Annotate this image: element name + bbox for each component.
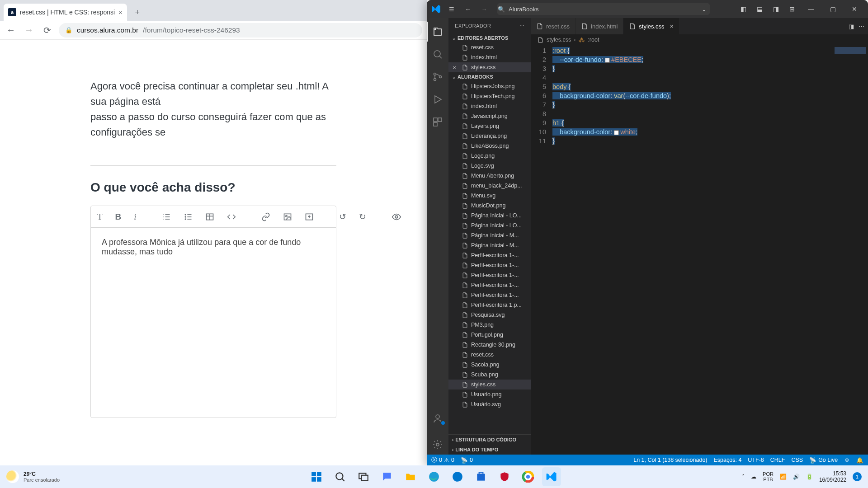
tray-volume-icon[interactable]: 🔊 <box>793 474 800 480</box>
back-button[interactable]: ← <box>5 24 17 37</box>
tree-item[interactable]: Página inicial - LO... <box>448 211 531 221</box>
task-view-icon[interactable] <box>354 467 373 486</box>
layout-customize-icon[interactable]: ⊞ <box>785 2 799 16</box>
tree-item[interactable]: index.html <box>448 101 531 111</box>
tree-item[interactable]: Perfil-escritora 1-... <box>448 290 531 300</box>
editor-tab[interactable]: styles.css× <box>623 18 679 34</box>
image-icon[interactable] <box>283 211 292 222</box>
taskbar-explorer-icon[interactable] <box>401 467 420 486</box>
chrome-tab[interactable]: a reset.css | HTML e CSS: responsi × <box>4 4 127 21</box>
tree-item[interactable]: Usuário.svg <box>448 399 531 409</box>
tray-wifi-icon[interactable]: 📶 <box>780 474 787 480</box>
code-icon[interactable] <box>227 211 236 222</box>
tree-item[interactable]: Página inicial - M... <box>448 240 531 250</box>
taskbar-vscode-icon[interactable] <box>542 467 561 486</box>
taskbar-mcafee-icon[interactable] <box>495 467 514 486</box>
status-encoding[interactable]: UTF-8 <box>748 457 764 463</box>
tree-item[interactable]: Perfil-escritora 1-... <box>448 260 531 270</box>
open-editors-section[interactable]: ⌄EDITORES ABERTOS <box>448 33 531 42</box>
tree-item[interactable]: Menu Aberto.png <box>448 171 531 181</box>
tree-item[interactable]: Página inicial - LO... <box>448 221 531 230</box>
open-editor-item[interactable]: index.html <box>448 52 531 62</box>
split-editor-icon[interactable]: ◨ <box>849 23 854 30</box>
tree-item[interactable]: Usuario.png <box>448 389 531 399</box>
minimap[interactable] <box>832 45 868 455</box>
breadcrumbs[interactable]: styles.css › ⁂ :root <box>531 34 868 45</box>
tree-item[interactable]: HipstersJobs.png <box>448 81 531 91</box>
taskbar-store-icon[interactable] <box>472 467 491 486</box>
ordered-list-icon[interactable] <box>162 211 171 222</box>
tree-item[interactable]: Javascript.png <box>448 111 531 121</box>
tree-item[interactable]: Perfil-escritora 1-... <box>448 250 531 260</box>
close-icon[interactable]: × <box>451 64 458 71</box>
tree-item[interactable]: PM3.png <box>448 320 531 330</box>
activity-settings-icon[interactable] <box>427 435 448 455</box>
activity-scm-icon[interactable] <box>427 67 448 87</box>
text-tool-icon[interactable]: T <box>97 211 103 222</box>
italic-icon[interactable]: i <box>134 211 136 222</box>
link-icon[interactable] <box>261 211 270 222</box>
tray-notification-badge[interactable]: 1 <box>853 472 862 481</box>
undo-icon[interactable]: ↺ <box>339 211 346 222</box>
taskbar-chat-icon[interactable] <box>377 467 396 486</box>
tree-item[interactable]: Perfil-escritora 1-... <box>448 280 531 290</box>
close-tab-icon[interactable]: × <box>118 9 123 16</box>
taskbar-edge-icon[interactable] <box>425 467 443 486</box>
more-icon[interactable]: ⋯ <box>859 23 864 30</box>
table-icon[interactable] <box>205 211 214 222</box>
address-bar[interactable]: 🔒 cursos.alura.com.br/forum/topico-reset… <box>59 23 422 38</box>
editor-tab[interactable]: index.html <box>576 18 623 34</box>
close-button[interactable]: ✕ <box>844 2 864 16</box>
tray-clock[interactable]: 15:5316/09/2022 <box>819 470 846 483</box>
command-center[interactable]: 🔍 AluraBooks ⌄ <box>497 3 710 15</box>
tray-chevron-icon[interactable]: ˄ <box>742 474 745 480</box>
activity-search-icon[interactable] <box>427 44 448 64</box>
status-errors[interactable]: ⓧ0 ⚠0 <box>431 456 454 464</box>
status-language[interactable]: CSS <box>791 457 803 463</box>
status-bell-icon[interactable]: 🔔 <box>856 457 863 464</box>
editor-tab[interactable]: reset.css <box>531 18 576 34</box>
tree-item[interactable]: LikeABoss.png <box>448 141 531 151</box>
tree-item[interactable]: Logo.svg <box>448 161 531 171</box>
taskbar-chrome-icon[interactable] <box>519 467 538 486</box>
tree-item[interactable]: Layers.png <box>448 121 531 131</box>
tree-item[interactable]: Sacola.png <box>448 360 531 370</box>
image-upload-icon[interactable] <box>305 211 314 222</box>
tree-item[interactable]: Pesquisa.svg <box>448 310 531 320</box>
open-editor-item[interactable]: reset.css <box>448 42 531 52</box>
nav-forward-icon[interactable]: → <box>477 2 491 16</box>
code-editor[interactable]: 1234567891011 :root { --cor-de-fundo: #E… <box>531 45 868 455</box>
project-section[interactable]: ⌄ALURABOOKS <box>448 72 531 81</box>
tree-item[interactable]: menu_black_24dp... <box>448 181 531 191</box>
activity-explorer-icon[interactable] <box>427 22 448 42</box>
tree-item[interactable]: Perfil-escritora 1.p... <box>448 300 531 310</box>
minimize-button[interactable]: — <box>801 2 821 16</box>
menu-icon[interactable]: ☰ <box>445 2 458 16</box>
forward-button[interactable]: → <box>23 24 35 37</box>
preview-icon[interactable] <box>392 211 401 222</box>
outline-section[interactable]: ›ESTRUTURA DO CÓDIGO <box>448 434 531 445</box>
tree-item[interactable]: Logo.png <box>448 151 531 161</box>
bold-icon[interactable]: B <box>115 211 122 222</box>
reload-button[interactable]: ⟳ <box>41 24 53 37</box>
status-eol[interactable]: CRLF <box>770 457 785 463</box>
editor-body[interactable]: A professora Mônica já utilizou para que… <box>91 228 336 267</box>
tree-item[interactable]: Perfil-escritora 1-... <box>448 270 531 280</box>
tree-item[interactable]: HipstersTech.png <box>448 91 531 101</box>
more-icon[interactable]: ⋯ <box>519 23 524 29</box>
tree-item[interactable]: Menu.svg <box>448 191 531 201</box>
new-tab-button[interactable]: + <box>131 5 144 19</box>
tray-battery-icon[interactable]: 🔋 <box>806 474 813 480</box>
activity-debug-icon[interactable] <box>427 89 448 109</box>
activity-account-icon[interactable] <box>427 408 448 428</box>
status-golive[interactable]: 📡Go Live <box>809 457 838 464</box>
unordered-list-icon[interactable] <box>184 211 193 222</box>
taskbar-dell-icon[interactable] <box>448 467 467 486</box>
tree-item[interactable]: Scuba.png <box>448 370 531 380</box>
taskbar-search-icon[interactable] <box>330 467 349 486</box>
status-ports[interactable]: 📡0 <box>461 457 473 464</box>
status-indent[interactable]: Espaços: 4 <box>714 457 742 463</box>
tree-item[interactable]: reset.css <box>448 350 531 360</box>
tree-item[interactable]: MusicDot.png <box>448 201 531 211</box>
status-feedback-icon[interactable]: ☺ <box>844 457 850 463</box>
